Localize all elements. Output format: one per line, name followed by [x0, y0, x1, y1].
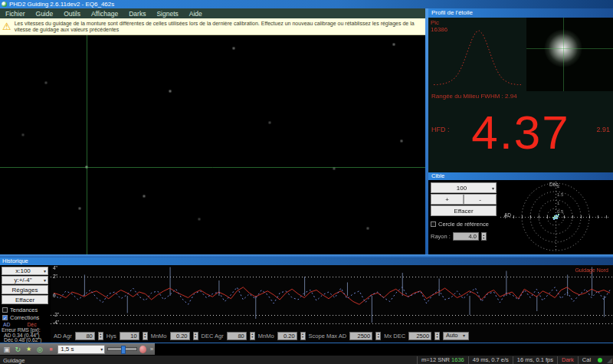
trend-label: Tendances [10, 307, 38, 313]
target-clear-button[interactable]: Effacer [431, 205, 497, 216]
dark-indicator: Dark [557, 356, 578, 364]
guide-star-zoom-image [526, 18, 613, 91]
connection-led [598, 358, 602, 362]
rms-tot: Tot 0.59 (0.76") [4, 342, 39, 343]
guide-pulse-info: 49 ms, 0.7 e/s [468, 356, 513, 364]
maxdec-value[interactable]: 2500 [408, 332, 431, 340]
star-status-value: 1636 [451, 356, 464, 363]
corrections-checkbox[interactable]: ✓ [2, 315, 8, 320]
target-title[interactable]: Cible [428, 172, 613, 180]
menu-fichier[interactable]: Fichier [5, 10, 25, 18]
loop-exposure-icon[interactable]: ↻ [13, 345, 21, 354]
dec-agr-label: DEC Agr [202, 333, 224, 339]
chevron-down-icon: ▾ [492, 185, 496, 191]
ref-circle-checkbox[interactable] [431, 221, 436, 227]
star-crosshair-v [563, 18, 564, 91]
gamma-slider[interactable] [107, 347, 137, 351]
menu-darks[interactable]: Darks [129, 10, 146, 18]
star-crosshair-h [526, 48, 613, 49]
hys-label: Hys [107, 333, 116, 339]
hys-value[interactable]: 10 [120, 332, 139, 340]
select-star-icon[interactable]: ★ [25, 345, 33, 354]
dec-agr-value[interactable]: 80 [227, 332, 247, 340]
target-content: 100 ▾ + - Effacer Cercle de référence Ra… [428, 180, 613, 254]
dec-mnmo-spinner[interactable]: ▴▾ [300, 332, 306, 340]
chevron-down-icon: ▾ [100, 346, 104, 352]
cal-indicator: Cal [578, 356, 595, 364]
history-panel: x:100 ▾ y:+/-4" ▾ Réglages Effacer Tenda… [0, 265, 613, 343]
radius-label: Rayon : [431, 233, 451, 240]
chevron-down-icon: ▾ [463, 332, 467, 339]
guide-state: Guidage [0, 357, 25, 364]
menu-affichage[interactable]: Affichage [91, 10, 118, 18]
history-panel-title[interactable]: Historique [0, 257, 613, 265]
exposure-select[interactable]: 1,5 s ▾ [57, 345, 105, 354]
ytick-0: 0 [53, 293, 56, 298]
scope-maxra-label: Scope Max AD [309, 333, 347, 339]
radius-value[interactable]: 4.0 [453, 232, 479, 241]
scope-maxra-spinner[interactable]: ▴▾ [375, 332, 381, 340]
resize-grip[interactable]: ◢ [607, 356, 612, 364]
menu-outils[interactable]: Outils [64, 10, 80, 18]
target-zoom-out-button[interactable]: - [464, 194, 497, 205]
north-guiding-label: Guidage Nord [575, 267, 608, 273]
radius-spinner[interactable]: ▴▾ [481, 232, 487, 241]
history-xscale-select[interactable]: x:100 ▾ [2, 267, 48, 275]
target-zoom-select[interactable]: 100 ▾ [431, 182, 497, 193]
camera-settings-icon[interactable]: » [149, 345, 155, 354]
window-title: PHD2 Guiding 2.6.11dev2 - EQ6_462s [9, 1, 114, 8]
history-yscale-select[interactable]: y:+/-4" ▾ [2, 276, 48, 284]
guide-icon[interactable]: ◎ [35, 345, 44, 354]
menu-guide[interactable]: Guide [36, 10, 54, 18]
brain-settings-icon[interactable] [139, 346, 146, 353]
ra-agr-spinner[interactable]: ▴▾ [98, 332, 103, 340]
menu-bar: Fichier Guide Outils Affichage Darks Sig… [0, 8, 428, 18]
chevron-down-icon: ▾ [44, 268, 48, 274]
star-profile-title[interactable]: Profil de l'étoile [428, 8, 613, 18]
history-settings-button[interactable]: Réglages [2, 285, 48, 294]
corrections-label: Corrections [10, 314, 39, 321]
ytick-2: 2" [53, 274, 57, 279]
star-profile-content: Pic 16386 Rangée du Milieu FWHM : 2.94 H… [428, 18, 613, 172]
dec-mode-select[interactable]: Auto ▾ [443, 332, 469, 340]
star-status: m=12 SNR 1636 [417, 356, 468, 364]
warning-bar: ⚠ Les vitesses du guidage de la monture … [0, 18, 428, 35]
warning-icon: ⚠ [2, 21, 11, 31]
star-status-label: m=12 SNR [421, 356, 450, 363]
maxdec-label: Mx DEC [384, 333, 405, 339]
ref-circle-label: Cercle de référence [438, 221, 489, 228]
hfd-arcsec: 2.91 [596, 126, 610, 133]
ytick-m4: -4" [53, 320, 59, 325]
menu-aide[interactable]: Aide [189, 10, 202, 18]
hys-spinner[interactable]: ▴▾ [143, 332, 148, 340]
stop-icon[interactable]: ■ [47, 345, 55, 354]
history-xscale-value: x:100 [15, 267, 31, 274]
guide-algo-controls: AD Agr 80 ▴▾ Hys 10 ▴▾ MnMo 0.20 ▴▾ DEC … [51, 329, 613, 343]
peak-label: Pic [431, 19, 439, 26]
rms-header: Erreur RMS [px]: [2, 327, 41, 333]
trend-row: Tendances [2, 307, 38, 313]
dec-agr-spinner[interactable]: ▴▾ [250, 332, 255, 340]
title-bar[interactable]: PHD2 Guiding 2.6.11dev2 - EQ6_462s [0, 0, 613, 8]
ra-mnmo-value[interactable]: 0.20 [170, 332, 190, 340]
dec-mnmo-value[interactable]: 0.20 [277, 332, 297, 340]
gamma-slider-thumb[interactable] [121, 346, 126, 354]
dec-mnmo-label: MnMo [258, 333, 274, 339]
connect-equipment-icon[interactable]: ▣ [2, 345, 11, 354]
target-zoom-in-button[interactable]: + [431, 194, 464, 205]
target-ra-axis-label: AD [504, 212, 511, 218]
ra-series-label: AD [3, 322, 10, 327]
corrections-row: ✓ Corrections [2, 314, 39, 321]
history-clear-button[interactable]: Effacer [2, 295, 48, 304]
ref-circle-row: Cercle de référence [431, 221, 489, 228]
guide-camera-view[interactable] [0, 35, 425, 255]
maxdec-spinner[interactable]: ▴▾ [434, 332, 440, 340]
ytick-4: 4" [53, 265, 57, 271]
menu-signets[interactable]: Signets [156, 10, 178, 18]
trend-checkbox[interactable] [2, 307, 8, 313]
scope-maxra-value[interactable]: 2500 [349, 332, 372, 340]
ra-agr-value[interactable]: 80 [75, 332, 95, 340]
ra-mnmo-label: MnMo [151, 333, 167, 339]
ra-mnmo-spinner[interactable]: ▴▾ [193, 332, 198, 340]
main-toolbar: ▣ ↻ ★ ◎ ■ 1,5 s ▾ » [0, 343, 155, 355]
